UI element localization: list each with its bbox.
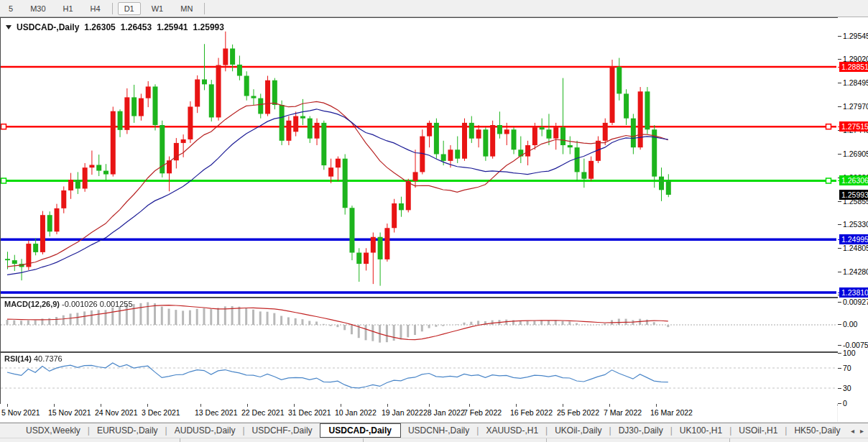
price-tick-label: 1.26905 bbox=[843, 149, 868, 158]
date-tick-mark bbox=[387, 404, 388, 407]
chart-tab-uk100[interactable]: UK100-,H1 bbox=[673, 425, 729, 436]
tab-scroll-left-icon[interactable]: ◂ bbox=[851, 427, 854, 435]
price-tick-mark bbox=[838, 224, 841, 225]
chart-title: USDCAD-,Daily 1.26305 1.26453 1.25941 1.… bbox=[6, 22, 224, 32]
level-price-label: 1.26306 bbox=[839, 175, 868, 185]
rsi-name: RSI(14) bbox=[4, 354, 32, 363]
rsi-indicator-pane bbox=[0, 352, 839, 405]
rsi-tick-mark bbox=[838, 353, 841, 354]
main-chart-canvas[interactable] bbox=[1, 18, 836, 295]
rsi-axis-label: 100 bbox=[843, 349, 856, 357]
date-axis: 5 Nov 202115 Nov 202124 Nov 20213 Dec 20… bbox=[0, 404, 837, 422]
rsi-tick-mark bbox=[838, 388, 841, 389]
price-tick-label: 1.25330 bbox=[843, 220, 868, 229]
date-tick-mark bbox=[101, 404, 101, 407]
timeframe-button-h1[interactable]: H1 bbox=[57, 2, 80, 15]
timeframe-toolbar: 5M30H1H4D1W1MN bbox=[0, 0, 868, 17]
date-label: 7 Mar 2022 bbox=[604, 408, 642, 417]
chart-tab-dj30[interactable]: DJ30-,Daily bbox=[611, 425, 670, 436]
ohlc-low: 1.25941 bbox=[157, 22, 188, 32]
chart-tab-usoil[interactable]: USOil-,H1 bbox=[731, 425, 785, 436]
current-price-label: 1.25993 bbox=[839, 190, 868, 200]
date-label: 7 Feb 2022 bbox=[463, 408, 502, 417]
chart-tab-usdx[interactable]: USDX,Weekly bbox=[19, 425, 88, 436]
date-label: 16 Mar 2022 bbox=[650, 408, 693, 417]
status-bar-divider bbox=[363, 438, 364, 442]
status-bar-divider bbox=[546, 438, 547, 442]
timeframe-button-h4[interactable]: H4 bbox=[84, 2, 107, 15]
date-tick-mark bbox=[54, 404, 55, 407]
date-tick-mark bbox=[247, 404, 248, 407]
date-tick-mark bbox=[341, 404, 341, 407]
rsi-canvas[interactable] bbox=[1, 353, 836, 403]
chart-tab-xauusd[interactable]: XAUUSD-,H1 bbox=[479, 425, 545, 436]
date-label: 16 Feb 2022 bbox=[510, 408, 553, 417]
ohlc-close: 1.25993 bbox=[193, 22, 224, 32]
price-tick-mark bbox=[838, 59, 841, 60]
macd-value-main: -0.001026 bbox=[62, 300, 98, 308]
macd-axis-label: 0.009278 bbox=[843, 298, 868, 306]
toolbar-divider bbox=[112, 3, 113, 14]
date-label: 19 Jan 2022 bbox=[382, 408, 423, 417]
chart-symbol-label: USDCAD-,Daily bbox=[17, 22, 79, 32]
timeframe-button-mn[interactable]: MN bbox=[174, 2, 199, 15]
timeframe-button-5[interactable]: 5 bbox=[2, 2, 19, 15]
timeframe-button-m30[interactable]: M30 bbox=[24, 2, 52, 15]
status-bar bbox=[0, 438, 868, 442]
chart-tab-usdcnh[interactable]: USDCNH-,Daily bbox=[401, 425, 476, 436]
macd-label: MACD(12,26,9) -0.001026 0.001255 bbox=[4, 300, 133, 308]
chart-tab-hk50[interactable]: HK50-,Daily bbox=[787, 425, 847, 436]
rsi-label: RSI(14) 40.7376 bbox=[4, 354, 63, 363]
tab-scroll-right-icon[interactable]: ▸ bbox=[860, 427, 864, 435]
level-price-label: 1.24995 bbox=[839, 234, 868, 244]
rsi-axis-label: 30 bbox=[843, 384, 851, 392]
timeframe-button-w1[interactable]: W1 bbox=[145, 2, 170, 15]
chart-tab-ukoil[interactable]: UKOil-,Daily bbox=[548, 425, 609, 436]
status-bar-divider bbox=[729, 438, 730, 442]
level-price-label: 1.27515 bbox=[839, 121, 868, 132]
date-tick-mark bbox=[563, 404, 563, 407]
ohlc-high: 1.26453 bbox=[121, 22, 152, 32]
price-tick-mark bbox=[838, 106, 841, 107]
price-tick-label: 1.24805 bbox=[843, 244, 868, 252]
rsi-tick-mark bbox=[838, 368, 841, 369]
level-price-label: 1.23810 bbox=[839, 287, 868, 298]
price-tick-label: 1.28495 bbox=[843, 78, 868, 87]
date-tick-mark bbox=[200, 404, 201, 407]
chart-tab-eurusd[interactable]: EURUSD-,Daily bbox=[90, 425, 165, 436]
price-tick-label: 1.24280 bbox=[843, 267, 868, 276]
date-label: 3 Dec 2021 bbox=[142, 408, 180, 417]
price-tick-mark bbox=[838, 154, 841, 155]
date-label: 10 Jan 2022 bbox=[335, 408, 377, 417]
price-tick-mark bbox=[838, 272, 841, 272]
date-tick-mark bbox=[469, 404, 470, 407]
timeframe-button-d1[interactable]: D1 bbox=[118, 2, 141, 15]
date-label: 22 Dec 2021 bbox=[241, 408, 285, 417]
date-tick-mark bbox=[147, 404, 148, 407]
macd-name: MACD(12,26,9) bbox=[4, 300, 60, 308]
rsi-tick-mark bbox=[838, 403, 841, 404]
date-label: 28 Jan 2022 bbox=[423, 408, 465, 417]
price-axis: 1.295451.290201.284951.279701.274451.269… bbox=[838, 17, 868, 422]
date-label: 5 Nov 2021 bbox=[1, 408, 40, 417]
rsi-axis-label: 70 bbox=[843, 364, 851, 372]
date-label: 31 Dec 2021 bbox=[288, 408, 331, 417]
price-tick-mark bbox=[838, 248, 841, 249]
macd-tick-mark bbox=[838, 324, 841, 325]
macd-tick-mark bbox=[838, 345, 841, 346]
date-label: 15 Nov 2021 bbox=[48, 408, 91, 417]
level-price-label: 1.28851 bbox=[839, 62, 868, 72]
toolbar-divider bbox=[204, 3, 205, 14]
chart-dropdown-icon[interactable] bbox=[6, 25, 11, 29]
chart-tab-usdcad[interactable]: USDCAD-,Daily bbox=[320, 423, 401, 438]
trading-terminal-window: 5M30H1H4D1W1MN USDCAD-,Daily 1.26305 1.2… bbox=[0, 0, 868, 442]
status-bar-divider bbox=[180, 438, 180, 442]
chart-tab-usdchf[interactable]: USDCHF-,Daily bbox=[245, 425, 320, 436]
rsi-axis-label: 0 bbox=[843, 399, 847, 408]
price-tick-mark bbox=[838, 36, 841, 37]
date-tick-mark bbox=[7, 404, 8, 407]
ohlc-open: 1.26305 bbox=[84, 22, 115, 32]
date-label: 25 Feb 2022 bbox=[557, 408, 599, 417]
date-tick-mark bbox=[609, 404, 610, 407]
chart-tab-audusd[interactable]: AUDUSD-,Daily bbox=[167, 425, 243, 436]
